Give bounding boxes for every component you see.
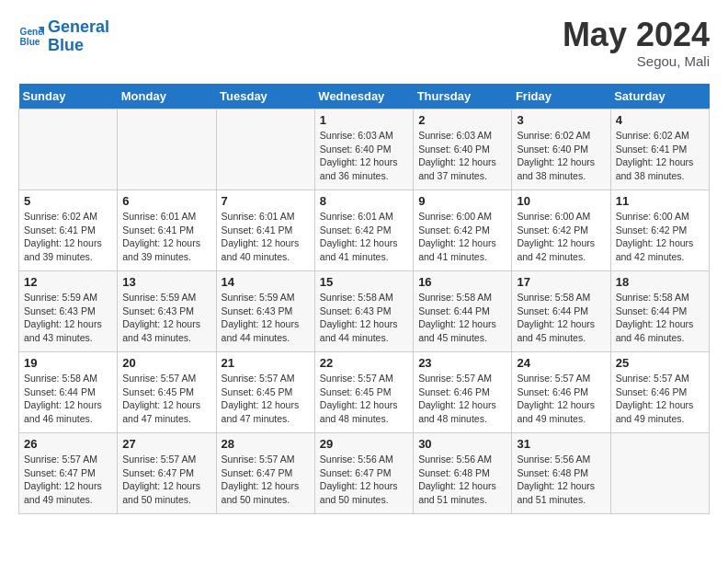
day-number: 26: [24, 437, 112, 451]
calendar-cell: 2Sunrise: 6:03 AM Sunset: 6:40 PM Daylig…: [414, 109, 512, 190]
day-info: Sunrise: 5:57 AM Sunset: 6:45 PM Dayligh…: [320, 372, 408, 426]
svg-text:Blue: Blue: [20, 37, 40, 47]
calendar-cell: 22Sunrise: 5:57 AM Sunset: 6:45 PM Dayli…: [314, 352, 413, 433]
weekday-header-monday: Monday: [118, 84, 216, 109]
day-number: 4: [616, 113, 704, 127]
day-info: Sunrise: 5:56 AM Sunset: 6:48 PM Dayligh…: [418, 453, 506, 507]
day-info: Sunrise: 5:58 AM Sunset: 6:44 PM Dayligh…: [418, 291, 506, 345]
day-info: Sunrise: 5:57 AM Sunset: 6:47 PM Dayligh…: [24, 453, 112, 507]
day-number: 30: [418, 437, 506, 451]
day-info: Sunrise: 5:56 AM Sunset: 6:47 PM Dayligh…: [320, 453, 408, 507]
day-info: Sunrise: 6:01 AM Sunset: 6:41 PM Dayligh…: [222, 210, 310, 264]
day-number: 19: [24, 356, 112, 370]
day-info: Sunrise: 6:02 AM Sunset: 6:41 PM Dayligh…: [616, 129, 704, 183]
calendar-body: 1Sunrise: 6:03 AM Sunset: 6:40 PM Daylig…: [19, 109, 710, 514]
day-number: 3: [517, 113, 605, 127]
calendar-cell: 31Sunrise: 5:56 AM Sunset: 6:48 PM Dayli…: [512, 433, 610, 514]
day-info: Sunrise: 6:01 AM Sunset: 6:42 PM Dayligh…: [320, 210, 408, 264]
weekday-header-thursday: Thursday: [414, 84, 512, 109]
calendar-cell: 8Sunrise: 6:01 AM Sunset: 6:42 PM Daylig…: [314, 190, 413, 271]
day-info: Sunrise: 5:57 AM Sunset: 6:47 PM Dayligh…: [122, 453, 210, 507]
day-info: Sunrise: 5:57 AM Sunset: 6:45 PM Dayligh…: [122, 372, 210, 426]
calendar-cell: 6Sunrise: 6:01 AM Sunset: 6:41 PM Daylig…: [118, 190, 216, 271]
logo: General Blue General Blue: [18, 18, 109, 55]
logo-text: General Blue: [48, 18, 109, 55]
day-info: Sunrise: 5:57 AM Sunset: 6:45 PM Dayligh…: [222, 372, 310, 426]
calendar-cell: 12Sunrise: 5:59 AM Sunset: 6:43 PM Dayli…: [19, 271, 118, 352]
calendar-cell: 26Sunrise: 5:57 AM Sunset: 6:47 PM Dayli…: [19, 433, 118, 514]
calendar-table: SundayMondayTuesdayWednesdayThursdayFrid…: [18, 84, 710, 514]
calendar-cell: 29Sunrise: 5:56 AM Sunset: 6:47 PM Dayli…: [314, 433, 413, 514]
weekday-header-saturday: Saturday: [610, 84, 709, 109]
day-number: 14: [222, 275, 310, 289]
logo-icon: General Blue: [18, 24, 44, 50]
calendar-cell: 16Sunrise: 5:58 AM Sunset: 6:44 PM Dayli…: [414, 271, 512, 352]
day-number: 10: [517, 194, 605, 208]
calendar-cell: 5Sunrise: 6:02 AM Sunset: 6:41 PM Daylig…: [19, 190, 118, 271]
day-number: 28: [222, 437, 310, 451]
month-title: May 2024: [563, 18, 710, 52]
day-number: 5: [24, 194, 112, 208]
calendar-cell: [216, 109, 314, 190]
day-number: 8: [320, 194, 408, 208]
day-number: 2: [418, 113, 506, 127]
calendar-cell: 7Sunrise: 6:01 AM Sunset: 6:41 PM Daylig…: [216, 190, 314, 271]
calendar-cell: 25Sunrise: 5:57 AM Sunset: 6:46 PM Dayli…: [610, 352, 709, 433]
weekday-header-friday: Friday: [512, 84, 610, 109]
day-number: 21: [222, 356, 310, 370]
day-number: 20: [122, 356, 210, 370]
day-info: Sunrise: 5:57 AM Sunset: 6:46 PM Dayligh…: [418, 372, 506, 426]
day-info: Sunrise: 5:56 AM Sunset: 6:48 PM Dayligh…: [517, 453, 605, 507]
calendar-cell: 1Sunrise: 6:03 AM Sunset: 6:40 PM Daylig…: [314, 109, 413, 190]
page-header: General Blue General Blue May 2024 Segou…: [18, 18, 710, 69]
weekday-header-row: SundayMondayTuesdayWednesdayThursdayFrid…: [19, 84, 710, 109]
calendar-cell: 21Sunrise: 5:57 AM Sunset: 6:45 PM Dayli…: [216, 352, 314, 433]
day-number: 16: [418, 275, 506, 289]
day-info: Sunrise: 5:59 AM Sunset: 6:43 PM Dayligh…: [24, 291, 112, 345]
calendar-cell: 24Sunrise: 5:57 AM Sunset: 6:46 PM Dayli…: [512, 352, 610, 433]
day-number: 1: [320, 113, 408, 127]
day-info: Sunrise: 6:00 AM Sunset: 6:42 PM Dayligh…: [616, 210, 704, 264]
day-info: Sunrise: 5:57 AM Sunset: 6:46 PM Dayligh…: [616, 372, 704, 426]
day-number: 12: [24, 275, 112, 289]
logo-line2: Blue: [48, 36, 84, 54]
day-number: 9: [418, 194, 506, 208]
calendar-cell: 18Sunrise: 5:58 AM Sunset: 6:44 PM Dayli…: [610, 271, 709, 352]
day-number: 23: [418, 356, 506, 370]
day-number: 29: [320, 437, 408, 451]
day-number: 25: [616, 356, 704, 370]
calendar-week-4: 19Sunrise: 5:58 AM Sunset: 6:44 PM Dayli…: [19, 352, 710, 433]
day-info: Sunrise: 5:57 AM Sunset: 6:47 PM Dayligh…: [222, 453, 310, 507]
day-info: Sunrise: 6:01 AM Sunset: 6:41 PM Dayligh…: [122, 210, 210, 264]
calendar-cell: 10Sunrise: 6:00 AM Sunset: 6:42 PM Dayli…: [512, 190, 610, 271]
calendar-cell: 15Sunrise: 5:58 AM Sunset: 6:43 PM Dayli…: [314, 271, 413, 352]
calendar-cell: 27Sunrise: 5:57 AM Sunset: 6:47 PM Dayli…: [118, 433, 216, 514]
day-info: Sunrise: 5:58 AM Sunset: 6:43 PM Dayligh…: [320, 291, 408, 345]
day-number: 11: [616, 194, 704, 208]
calendar-cell: 28Sunrise: 5:57 AM Sunset: 6:47 PM Dayli…: [216, 433, 314, 514]
calendar-cell: 3Sunrise: 6:02 AM Sunset: 6:40 PM Daylig…: [512, 109, 610, 190]
day-number: 15: [320, 275, 408, 289]
day-number: 31: [517, 437, 605, 451]
calendar-cell: [118, 109, 216, 190]
location: Segou, Mali: [563, 53, 710, 69]
calendar-cell: 13Sunrise: 5:59 AM Sunset: 6:43 PM Dayli…: [118, 271, 216, 352]
calendar-cell: 30Sunrise: 5:56 AM Sunset: 6:48 PM Dayli…: [414, 433, 512, 514]
day-number: 13: [122, 275, 210, 289]
day-info: Sunrise: 6:03 AM Sunset: 6:40 PM Dayligh…: [418, 129, 506, 183]
calendar-week-2: 5Sunrise: 6:02 AM Sunset: 6:41 PM Daylig…: [19, 190, 710, 271]
weekday-header-wednesday: Wednesday: [314, 84, 413, 109]
day-info: Sunrise: 6:02 AM Sunset: 6:40 PM Dayligh…: [517, 129, 605, 183]
day-info: Sunrise: 5:58 AM Sunset: 6:44 PM Dayligh…: [616, 291, 704, 345]
weekday-header-sunday: Sunday: [19, 84, 118, 109]
day-number: 7: [222, 194, 310, 208]
day-info: Sunrise: 5:57 AM Sunset: 6:46 PM Dayligh…: [517, 372, 605, 426]
day-info: Sunrise: 5:58 AM Sunset: 6:44 PM Dayligh…: [517, 291, 605, 345]
calendar-week-3: 12Sunrise: 5:59 AM Sunset: 6:43 PM Dayli…: [19, 271, 710, 352]
day-number: 17: [517, 275, 605, 289]
calendar-header: SundayMondayTuesdayWednesdayThursdayFrid…: [19, 84, 710, 109]
calendar-cell: 4Sunrise: 6:02 AM Sunset: 6:41 PM Daylig…: [610, 109, 709, 190]
day-info: Sunrise: 5:59 AM Sunset: 6:43 PM Dayligh…: [222, 291, 310, 345]
day-number: 24: [517, 356, 605, 370]
day-number: 22: [320, 356, 408, 370]
